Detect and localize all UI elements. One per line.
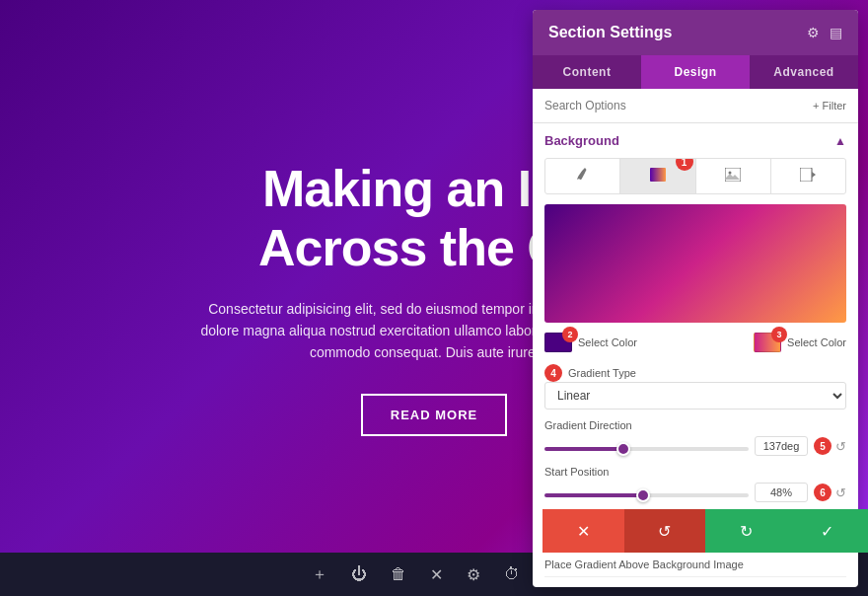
background-section-title: Background: [544, 133, 619, 148]
color-swatch-left[interactable]: 2: [544, 333, 572, 352]
gradient-direction-slider[interactable]: [544, 447, 749, 451]
color-stop-right-badge: 3: [771, 327, 787, 342]
close-icon[interactable]: ✕: [430, 565, 443, 584]
svg-rect-3: [800, 168, 812, 182]
start-position-slider[interactable]: [544, 493, 749, 497]
tab-advanced[interactable]: Advanced: [750, 55, 858, 89]
panel-bottom-bar: ✕ ↺ ↻ ✓: [542, 509, 868, 553]
panel-tabs: Content Design Advanced: [533, 55, 858, 89]
settings-icon[interactable]: ⚙: [467, 565, 480, 584]
gradient-type-badge: 4: [544, 364, 562, 382]
color-bg-button[interactable]: [545, 159, 620, 193]
background-section-header: Background ▲: [544, 133, 846, 148]
read-more-button[interactable]: READ MORE: [361, 394, 507, 436]
image-bg-button[interactable]: [696, 159, 771, 193]
start-position-slider-container: [544, 484, 749, 501]
redo-button[interactable]: ↻: [705, 509, 787, 553]
start-position-field: Start Position 6 ↺: [544, 466, 846, 502]
gradient-direction-label: Gradient Direction: [544, 419, 846, 431]
tab-content[interactable]: Content: [533, 55, 641, 89]
direction-badge: 5: [814, 437, 832, 455]
settings-icon[interactable]: ⚙: [807, 25, 820, 40]
filter-button[interactable]: + Filter: [813, 100, 846, 112]
color-stop-right: 3 Select Color: [754, 333, 846, 352]
gradient-type-select[interactable]: Linear Radial Conic: [544, 382, 846, 410]
plus-icon[interactable]: ＋: [312, 564, 327, 585]
gradient-direction-value[interactable]: [755, 436, 808, 456]
start-position-reset-icon[interactable]: ↺: [835, 485, 846, 500]
background-type-icons: 1: [544, 158, 846, 194]
settings-panel: Section Settings ⚙ ▤ Content Design Adva…: [533, 10, 858, 587]
direction-reset-icon[interactable]: ↺: [835, 439, 846, 454]
color-stop-left: 2 Select Color: [544, 333, 637, 352]
start-position-badge: 6: [814, 484, 832, 501]
video-bg-button[interactable]: [771, 159, 845, 193]
sidebar-icon[interactable]: ▤: [830, 25, 842, 40]
panel-search: + Filter: [533, 89, 858, 123]
tab-design[interactable]: Design: [641, 55, 750, 89]
svg-rect-0: [650, 168, 666, 182]
place-gradient-label: Place Gradient Above Background Image: [544, 559, 846, 577]
panel-title: Section Settings: [548, 24, 672, 41]
direction-badge-reset: 5 ↺: [814, 437, 846, 455]
select-color-left-label[interactable]: Select Color: [578, 336, 637, 348]
gradient-direction-row: 5 ↺: [544, 436, 846, 456]
gradient-bg-button[interactable]: 1: [620, 159, 695, 193]
start-position-row: 6 ↺: [544, 483, 846, 502]
gradient-preview: [544, 204, 846, 323]
chevron-up-icon[interactable]: ▲: [834, 134, 846, 148]
power-icon[interactable]: ⏻: [351, 565, 367, 583]
gradient-direction-field: Gradient Direction 5 ↺: [544, 419, 846, 456]
gradient-type-row: 4 Gradient Type: [544, 364, 846, 382]
gradient-icon: [650, 168, 666, 185]
gradient-type-label: Gradient Type: [568, 367, 636, 379]
save-button[interactable]: ✓: [787, 509, 869, 553]
color-swatch-right[interactable]: 3: [754, 333, 781, 352]
clock-icon[interactable]: ⏱: [504, 565, 520, 583]
panel-header-icons: ⚙ ▤: [807, 25, 842, 40]
select-color-right-label[interactable]: Select Color: [787, 336, 846, 348]
gradient-badge: 1: [676, 158, 693, 171]
start-badge-reset: 6 ↺: [814, 484, 846, 501]
search-input[interactable]: [544, 99, 813, 112]
image-icon: [725, 168, 741, 185]
gradient-type-field: 4 Gradient Type Linear Radial Conic: [544, 364, 846, 410]
color-stop-badge: 2: [562, 327, 578, 342]
trash-icon[interactable]: 🗑: [391, 565, 406, 583]
start-position-label: Start Position: [544, 466, 846, 478]
panel-header: Section Settings ⚙ ▤: [533, 10, 858, 55]
video-icon: [800, 168, 816, 185]
color-stops: 2 Select Color 3 Select Color: [544, 333, 846, 352]
gradient-direction-slider-container: [544, 437, 749, 455]
cancel-button[interactable]: ✕: [542, 509, 624, 553]
undo-button[interactable]: ↺: [624, 509, 706, 553]
gradient-type-container: 4 Gradient Type: [544, 364, 846, 382]
color-icon: [575, 167, 591, 186]
start-position-value[interactable]: [755, 483, 808, 502]
